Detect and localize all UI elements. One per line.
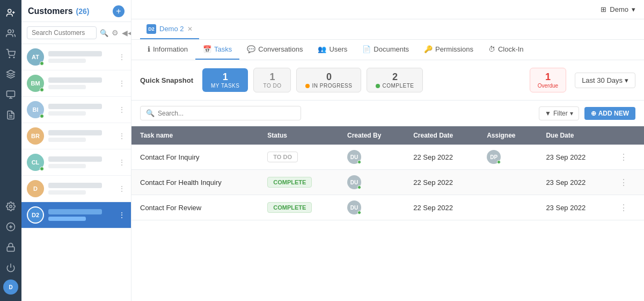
created-by-avatar: DU — [347, 150, 361, 164]
add-new-button[interactable]: ⊕ ADD NEW — [584, 107, 635, 120]
row-actions: ⋮ — [611, 170, 644, 195]
due-date: 23 Sep 2022 — [537, 195, 611, 220]
created-date: 22 Sep 2022 — [405, 195, 478, 220]
col-created-by: Created By — [339, 126, 405, 145]
item-menu-icon[interactable]: ⋮ — [118, 105, 126, 114]
nav-icon-reports[interactable] — [2, 106, 19, 124]
list-item[interactable]: CL ⋮ — [21, 149, 131, 176]
tab-close-icon[interactable]: ✕ — [187, 25, 193, 33]
snapshot-card-complete[interactable]: 2 COMPLETE — [367, 68, 423, 92]
filter-icon: ▼ — [545, 110, 551, 117]
item-menu-icon[interactable]: ⋮ — [118, 79, 126, 88]
list-item[interactable]: BM ⋮ — [21, 70, 131, 97]
todo-label: TO DO — [263, 83, 281, 89]
date-filter[interactable]: Last 30 Days ▾ — [575, 73, 635, 88]
nav-item-information[interactable]: ℹ Information — [140, 40, 195, 60]
snapshot-card-in-progress[interactable]: 0 IN PROGRESS — [296, 68, 361, 92]
nav-item-clockin[interactable]: ⏱ Clock-In — [481, 40, 531, 60]
overdue-label: Overdue — [538, 83, 558, 89]
in-progress-label: IN PROGRESS — [312, 83, 352, 89]
task-name: Contact For Review — [131, 195, 259, 220]
tab-avatar: D2 — [147, 24, 156, 34]
task-status: COMPLETE — [259, 170, 339, 195]
col-created-date: Created Date — [405, 126, 478, 145]
table-row: Contact For Review COMPLETE DU 22 Sep 20… — [131, 195, 644, 220]
item-menu-icon[interactable]: ⋮ — [118, 211, 126, 219]
nav-item-tasks[interactable]: 📅 Tasks — [195, 40, 239, 60]
my-tasks-label: My Tasks — [211, 83, 239, 89]
nav-item-conversations[interactable]: 💬 Conversations — [239, 40, 310, 60]
item-menu-icon[interactable]: ⋮ — [118, 184, 126, 193]
col-actions — [611, 126, 644, 145]
collapse-icon[interactable]: ◀◀ — [122, 28, 131, 37]
nav-icon-deals[interactable] — [2, 66, 19, 83]
todo-count: 1 — [269, 71, 275, 83]
nav-item-users[interactable]: 👥 Users — [310, 40, 355, 60]
nav-icon-user-add[interactable] — [2, 4, 19, 22]
sidebar-header: Customers (26) + — [21, 0, 131, 22]
svg-point-3 — [8, 30, 11, 33]
created-by: DU — [339, 170, 405, 195]
nav-item-documents[interactable]: 📄 Documents — [355, 40, 416, 60]
workspace-selector[interactable]: ⊞ Demo ▾ — [601, 5, 635, 13]
snapshot-cards: 1 My Tasks 1 TO DO 0 IN PROGRESS — [202, 68, 423, 92]
nav-item-permissions[interactable]: 🔑 Permissions — [416, 40, 481, 60]
assignee — [478, 170, 537, 195]
assignee — [478, 195, 537, 220]
tab-demo2[interactable]: D2 Demo 2 ✕ — [140, 19, 199, 39]
created-by: DU — [339, 195, 405, 220]
item-menu-icon[interactable]: ⋮ — [118, 158, 126, 167]
permissions-icon: 🔑 — [424, 45, 433, 53]
row-actions: ⋮ — [611, 145, 644, 170]
avatar: D2 — [27, 206, 44, 224]
nav-icon-products[interactable] — [2, 86, 19, 103]
created-by: DU — [339, 145, 405, 170]
nav-icon-cart[interactable] — [2, 45, 19, 62]
list-item[interactable]: BR ⋮ — [21, 123, 131, 149]
list-item[interactable]: D2 ⋮ — [21, 202, 131, 228]
created-date: 22 Sep 2022 — [405, 170, 478, 195]
content-area: Quick Snapshot 1 My Tasks 1 TO DO 0 IN — [131, 60, 644, 301]
nav-icon-settings[interactable] — [2, 198, 19, 215]
nav-item-label: Documents — [374, 45, 409, 53]
svg-rect-6 — [7, 91, 15, 97]
nav-icon-lock[interactable] — [2, 239, 19, 256]
task-name: Contact For Health Inquiry — [131, 170, 259, 195]
col-status: Status — [259, 126, 339, 145]
row-menu-icon[interactable]: ⋮ — [619, 178, 628, 187]
nav-icon-contacts[interactable] — [2, 25, 19, 42]
snapshot-card-my-tasks[interactable]: 1 My Tasks — [202, 68, 248, 92]
svg-point-11 — [10, 205, 12, 208]
filter-button[interactable]: ▼ Filter ▾ — [539, 106, 579, 120]
filter-chevron-icon: ▾ — [570, 110, 573, 117]
overdue-badge: 1 Overdue — [530, 68, 566, 92]
search-input[interactable] — [27, 26, 97, 39]
my-tasks-count: 1 — [223, 71, 228, 83]
dot-orange — [305, 84, 310, 88]
task-name: Contact For Inquiry — [131, 145, 259, 170]
nav-icon-add-circle[interactable] — [2, 218, 19, 235]
table-row: Contact For Inquiry TO DO DU 22 Sep 2022… — [131, 145, 644, 170]
nav-item-label: Clock-In — [498, 45, 524, 53]
table-search-input[interactable] — [158, 110, 295, 117]
item-menu-icon[interactable]: ⋮ — [118, 53, 126, 61]
filter-icon[interactable]: ⚙ — [112, 28, 119, 37]
row-menu-icon[interactable]: ⋮ — [619, 203, 628, 212]
sidebar-add-button[interactable]: + — [113, 5, 125, 17]
current-user-avatar[interactable]: D — [3, 280, 18, 295]
table-row: Contact For Health Inquiry COMPLETE DU 2… — [131, 170, 644, 195]
nav-icon-power[interactable] — [2, 259, 19, 276]
table-search: 🔍 — [140, 106, 301, 120]
item-menu-icon[interactable]: ⋮ — [118, 132, 126, 140]
avatar: D — [27, 180, 44, 197]
overdue-count: 1 — [538, 71, 558, 83]
list-item[interactable]: BI ⋮ — [21, 97, 131, 123]
chevron-down-icon: ▾ — [625, 76, 628, 84]
search-icon: 🔍 — [146, 109, 155, 117]
row-menu-icon[interactable]: ⋮ — [619, 153, 628, 162]
due-date: 23 Sep 2022 — [537, 145, 611, 170]
snapshot-card-todo[interactable]: 1 TO DO — [253, 68, 291, 92]
tasks-icon: 📅 — [203, 45, 211, 53]
list-item[interactable]: D ⋮ — [21, 176, 131, 202]
list-item[interactable]: AT ⋮ — [21, 44, 131, 70]
